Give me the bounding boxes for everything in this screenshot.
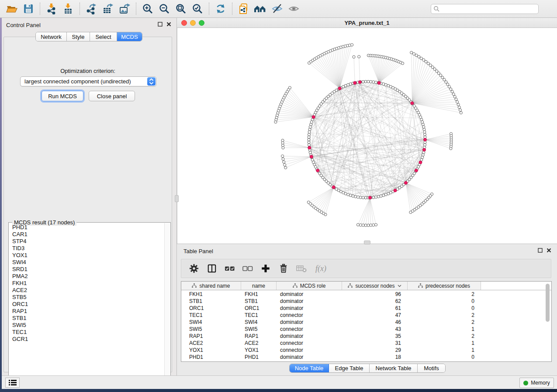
mcds-result-item[interactable]: SWI5: [9, 322, 164, 329]
tab-style[interactable]: Style: [67, 32, 90, 41]
table-row[interactable]: PHD1PHD1dominator180: [181, 354, 551, 361]
table-cell: dominator: [277, 291, 342, 298]
import-table-button[interactable]: [60, 1, 76, 16]
column-header-successor-nodes[interactable]: successor nodes: [342, 282, 408, 290]
table-cell: ACE2: [241, 340, 277, 347]
tab-motifs[interactable]: Motifs: [418, 364, 445, 372]
select-all-columns-button[interactable]: [224, 263, 235, 274]
table-scrollbar-thumb[interactable]: [546, 284, 550, 322]
column-settings-button[interactable]: [188, 263, 200, 274]
table-cell: 31: [342, 340, 408, 347]
show-hidden-button[interactable]: [285, 1, 302, 16]
task-history-button[interactable]: [5, 378, 20, 388]
table-cell: connector: [277, 326, 342, 333]
zoom-selected-button[interactable]: [189, 1, 206, 16]
mcds-result-item[interactable]: SRD1: [9, 266, 164, 273]
table-cell: dominator: [277, 333, 342, 340]
mcds-list-scrollbar[interactable]: [164, 223, 170, 384]
run-mcds-button[interactable]: Run MCDS: [42, 91, 83, 101]
clone-network-icon: [238, 3, 249, 14]
zoom-out-button[interactable]: [156, 1, 173, 16]
table-row[interactable]: ACE2ACE2connector311: [181, 340, 551, 347]
close-panel-icon[interactable]: [166, 22, 171, 27]
show-all-button[interactable]: [252, 1, 269, 16]
table-scrollbar[interactable]: [545, 282, 550, 361]
delete-column-button[interactable]: [278, 263, 289, 274]
open-file-button[interactable]: [3, 1, 20, 16]
float-table-panel-icon[interactable]: [538, 248, 543, 253]
mcds-result-item[interactable]: ORC1: [9, 301, 164, 308]
criterion-dropdown[interactable]: largest connected component (undirected): [20, 76, 156, 86]
close-panel-button[interactable]: Close panel: [89, 91, 135, 101]
tab-edge-table[interactable]: Edge Table: [329, 364, 370, 372]
float-panel-icon[interactable]: [158, 22, 163, 27]
mcds-result-item[interactable]: PMA2: [9, 273, 164, 280]
mcds-result-item[interactable]: GCR1: [9, 336, 164, 343]
zoom-fit-button[interactable]: [173, 1, 189, 16]
tab-network-table[interactable]: Network Table: [370, 364, 418, 372]
deselect-all-columns-button[interactable]: [242, 263, 253, 274]
mcds-result-item[interactable]: ACE2: [9, 287, 164, 294]
zoom-fit-icon: [175, 3, 187, 14]
search-input[interactable]: [431, 4, 539, 14]
table-cell: FKH1: [181, 291, 241, 298]
column-header-MCDS-role[interactable]: MCDS role: [277, 282, 342, 290]
split-view-button[interactable]: [206, 263, 218, 274]
tab-select[interactable]: Select: [90, 32, 117, 41]
table-cell: dominator: [277, 319, 342, 326]
tab-mcds[interactable]: MCDS: [117, 32, 142, 41]
mcds-result-list[interactable]: PHD1CAR1STP4TID3YOX1SWI4SRD1PMA2FKH1ACE2…: [9, 224, 164, 384]
close-table-panel-icon[interactable]: [547, 248, 551, 253]
mcds-result-item[interactable]: SWI4: [9, 259, 164, 266]
export-table-icon: [102, 3, 114, 14]
mcds-result-item[interactable]: STP4: [9, 238, 164, 245]
export-network-button[interactable]: [83, 1, 100, 16]
save-session-button[interactable]: [20, 1, 37, 16]
table-row[interactable]: SWI4SWI4dominator462: [181, 319, 551, 326]
horizontal-splitter-handle[interactable]: [364, 241, 370, 244]
node-table: shared namenameMCDS rolesuccessor nodesp…: [181, 281, 552, 362]
hide-selected-button[interactable]: [269, 1, 285, 16]
column-header-name[interactable]: name: [241, 282, 277, 290]
table-row[interactable]: SWI5SWI5connector431: [181, 326, 551, 333]
mcds-result-item[interactable]: FKH1: [9, 280, 164, 287]
mcds-result-item[interactable]: CAR1: [9, 231, 164, 238]
vertical-splitter-handle[interactable]: [175, 195, 179, 202]
export-table-button[interactable]: [100, 1, 116, 16]
mcds-result-item[interactable]: RAP1: [9, 308, 164, 315]
mcds-result-item[interactable]: TEC1: [9, 329, 164, 336]
column-header-predecessor-nodes[interactable]: predecessor nodes: [408, 282, 481, 290]
network-window-titlebar[interactable]: YPA_prune.txt_1: [177, 18, 557, 28]
main-toolbar: [0, 0, 557, 18]
table-row[interactable]: TEC1TEC1connector472: [181, 312, 551, 319]
memory-button[interactable]: Memory: [519, 378, 554, 388]
table-row[interactable]: YOX1YOX1connector291: [181, 347, 551, 354]
tab-network[interactable]: Network: [36, 32, 67, 41]
clone-network-button[interactable]: [235, 1, 252, 16]
table-row[interactable]: STB1STB1dominator620: [181, 298, 551, 305]
ring-nodes[interactable]: [308, 80, 426, 199]
mcds-result-item[interactable]: STB1: [9, 315, 164, 322]
import-network-button[interactable]: [43, 1, 60, 16]
mcds-result-item[interactable]: STB5: [9, 294, 164, 301]
zoom-in-button[interactable]: [139, 1, 156, 16]
refresh-view-button[interactable]: [212, 1, 229, 16]
tab-node-table[interactable]: Node Table: [290, 364, 329, 372]
column-header-shared-name[interactable]: shared name: [181, 282, 241, 290]
table-row[interactable]: FKH1FKH1dominator962: [181, 291, 551, 298]
table-cell: SWI4: [181, 319, 241, 326]
table-row[interactable]: RAP1RAP1dominator352: [181, 333, 551, 340]
mcds-result-item[interactable]: PHD1: [9, 224, 164, 231]
add-column-button[interactable]: [260, 263, 271, 274]
table-row[interactable]: ORC1ORC1dominator610: [181, 305, 551, 312]
column-type-icon: [293, 283, 298, 288]
mcds-result-item[interactable]: TID3: [9, 245, 164, 252]
toolbar-separator: [40, 3, 40, 15]
checked-boxes-icon: [224, 264, 235, 273]
mcds-result-item[interactable]: YOX1: [9, 252, 164, 259]
network-graph[interactable]: [177, 28, 557, 243]
network-canvas[interactable]: [177, 28, 557, 244]
table-cell: SWI4: [241, 319, 277, 326]
table-cell: SWI5: [241, 326, 277, 333]
export-image-button[interactable]: [116, 1, 133, 16]
